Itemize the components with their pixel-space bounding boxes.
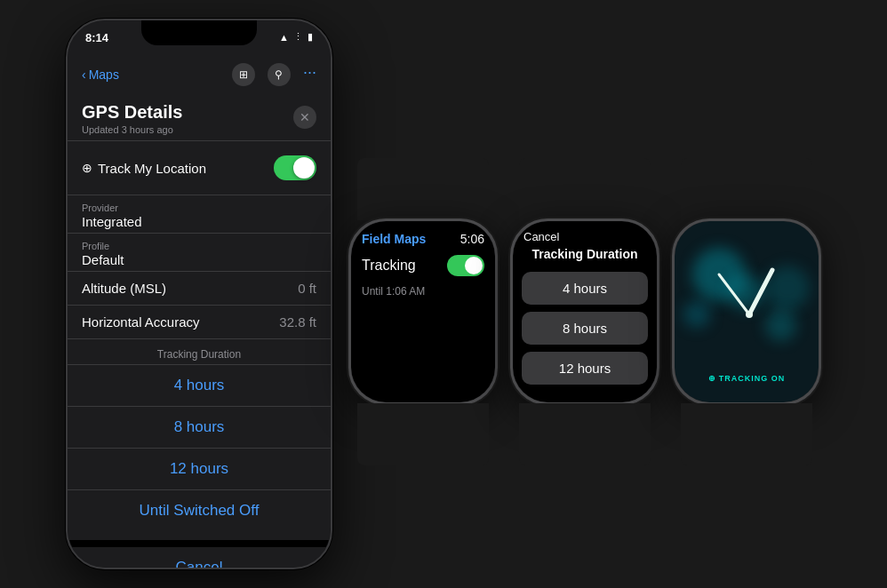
iphone-nav-bar: ‹ Maps ⊞ ⚲ ··· — [68, 60, 331, 93]
watch3-tracking-label: ⊕ TRACKING ON — [708, 374, 786, 383]
location-icon: ⊕ — [82, 161, 92, 175]
nav-back-label: Maps — [89, 68, 119, 82]
watch2-option3[interactable]: 12 hours — [522, 352, 648, 385]
watch3-strap-bottom — [681, 403, 812, 465]
watch1-wrapper: Field Maps 5:06 Tracking Until 1:06 AM — [348, 219, 498, 405]
accuracy-value: 32.8 ft — [279, 314, 316, 330]
track-location-row: ⊕ Track My Location — [82, 150, 316, 186]
nav-icons: ⊞ ⚲ ··· — [232, 63, 316, 86]
watch2: Cancel Tracking Duration 4 hours 8 hours… — [510, 219, 659, 405]
watch3-wrapper: ⊕ TRACKING ON — [672, 219, 821, 405]
btn-until-switched-off[interactable]: Until Switched Off — [68, 489, 331, 531]
provider-value: Integrated — [82, 214, 316, 229]
altitude-value: 0 ft — [298, 281, 316, 296]
watch3: ⊕ TRACKING ON — [672, 219, 821, 405]
watches-row: Field Maps 5:06 Tracking Until 1:06 AM — [348, 219, 821, 405]
toggle-knob — [293, 157, 315, 179]
tracking-on-icon: ⊕ — [708, 374, 716, 383]
layers-icon: ⊞ — [239, 68, 248, 81]
track-location-label: Track My Location — [98, 161, 206, 176]
svg-line-0 — [749, 270, 772, 314]
watch1-app-name: Field Maps — [362, 232, 426, 246]
layers-icon-button[interactable]: ⊞ — [232, 63, 255, 86]
btn-4hours[interactable]: 4 hours — [68, 364, 331, 406]
watch1-header: Field Maps 5:06 — [351, 221, 495, 250]
watch2-option2[interactable]: 8 hours — [522, 312, 648, 345]
track-location-label-group: ⊕ Track My Location — [82, 161, 206, 176]
scene: 8:14 ▲ ⋮ ▮ ‹ Maps ⊞ ⚲ — [48, 10, 839, 578]
iphone-screen: 8:14 ▲ ⋮ ▮ ‹ Maps ⊞ ⚲ — [68, 20, 331, 568]
watch3-strap-top — [681, 158, 812, 220]
watch1-strap-bottom — [357, 403, 489, 465]
watch1-toggle[interactable] — [447, 255, 484, 276]
watch3-screen: ⊕ TRACKING ON — [675, 221, 819, 402]
altitude-row: Altitude (MSL) 0 ft — [68, 272, 331, 306]
battery-icon: ▮ — [308, 31, 313, 43]
accuracy-label: Horizontal Accuracy — [82, 314, 200, 330]
track-location-toggle[interactable] — [274, 155, 316, 180]
btn-cancel[interactable]: Cancel — [68, 540, 331, 568]
wifi-icon: ⋮ — [293, 31, 303, 43]
gps-header: GPS Details Updated 3 hours ago ✕ — [68, 93, 331, 141]
chevron-left-icon: ‹ — [82, 68, 86, 82]
watch2-option1[interactable]: 4 hours — [522, 272, 648, 305]
search-icon: ⚲ — [275, 68, 283, 81]
watch1-tracking-label: Tracking — [362, 258, 416, 274]
profile-group: Profile Default — [68, 234, 331, 272]
profile-label: Profile — [82, 241, 316, 251]
watch1: Field Maps 5:06 Tracking Until 1:06 AM — [348, 219, 498, 405]
watch1-strap-top — [357, 158, 489, 220]
provider-group: Provider Integrated — [68, 195, 331, 234]
nav-back-button[interactable]: ‹ Maps — [82, 68, 119, 82]
watch2-title: Tracking Duration — [513, 245, 657, 268]
watch1-time: 5:06 — [460, 232, 484, 246]
btn-12hours[interactable]: 12 hours — [68, 448, 331, 489]
svg-point-2 — [746, 311, 753, 318]
status-icons: ▲ ⋮ ▮ — [279, 31, 313, 43]
watch1-until: Until 1:06 AM — [351, 282, 495, 301]
iphone: 8:14 ▲ ⋮ ▮ ‹ Maps ⊞ ⚲ — [66, 19, 332, 569]
more-options-button[interactable]: ··· — [303, 63, 316, 86]
tracking-duration-section: Tracking Duration 4 hours 8 hours 12 hou… — [68, 339, 331, 568]
btn-8hours[interactable]: 8 hours — [68, 406, 331, 448]
track-location-section: ⊕ Track My Location — [68, 141, 331, 195]
altitude-label: Altitude (MSL) — [82, 281, 166, 296]
gps-title: GPS Details — [82, 102, 182, 123]
watch2-wrapper: Cancel Tracking Duration 4 hours 8 hours… — [510, 219, 659, 405]
watch2-screen: Cancel Tracking Duration 4 hours 8 hours… — [513, 221, 657, 402]
svg-line-1 — [719, 274, 749, 314]
watch1-screen: Field Maps 5:06 Tracking Until 1:06 AM — [351, 221, 495, 402]
watch1-toggle-knob — [465, 257, 483, 274]
signal-icon: ▲ — [279, 32, 289, 43]
close-button[interactable]: ✕ — [293, 106, 316, 129]
gps-title-group: GPS Details Updated 3 hours ago — [82, 102, 182, 135]
watch2-strap-top — [519, 158, 651, 220]
provider-label: Provider — [82, 203, 316, 213]
watch2-strap-bottom — [519, 403, 651, 465]
iphone-notch — [141, 20, 257, 45]
profile-value: Default — [82, 252, 316, 267]
watch2-cancel[interactable]: Cancel — [513, 221, 657, 245]
tracking-duration-header: Tracking Duration — [68, 339, 331, 364]
watch1-tracking-row: Tracking — [351, 250, 495, 282]
tracking-on-text: TRACKING ON — [719, 374, 786, 383]
accuracy-row: Horizontal Accuracy 32.8 ft — [68, 306, 331, 339]
status-time: 8:14 — [85, 31, 108, 44]
search-icon-button[interactable]: ⚲ — [268, 63, 291, 86]
gps-subtitle: Updated 3 hours ago — [82, 124, 182, 135]
